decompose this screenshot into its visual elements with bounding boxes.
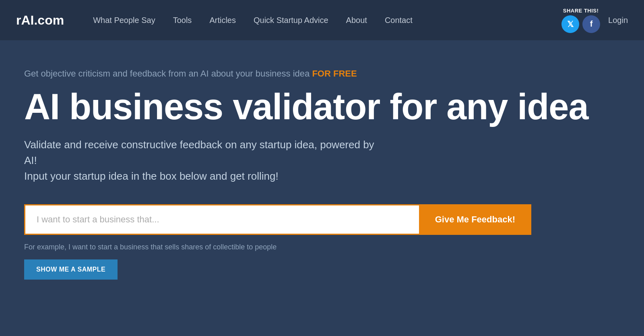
- nav-item-what-people-say[interactable]: What People Say: [84, 12, 164, 29]
- navbar-right: SHARE THIS! 𝕏 f Login: [561, 8, 628, 33]
- share-label: SHARE THIS!: [563, 8, 599, 14]
- hero-subtitle-text: Get objective criticism and feedback fro…: [24, 68, 312, 79]
- example-text: For example, I want to start a business …: [24, 243, 620, 251]
- share-group: SHARE THIS! 𝕏 f: [561, 8, 600, 33]
- idea-input-row: Give Me Feedback!: [24, 204, 531, 235]
- hero-subtitle-free: FOR FREE: [312, 68, 357, 79]
- navbar: rAI.com What People Say Tools Articles Q…: [0, 0, 644, 40]
- hero-desc-line2: Input your startup idea in the box below…: [24, 168, 386, 184]
- hero-title: AI business validator for any idea: [24, 89, 620, 125]
- nav-item-articles[interactable]: Articles: [200, 12, 245, 29]
- facebook-button[interactable]: f: [582, 15, 600, 33]
- share-socials: 𝕏 f: [561, 15, 600, 33]
- hero-subtitle: Get objective criticism and feedback fro…: [24, 68, 620, 79]
- hero-description: Validate and receive constructive feedba…: [24, 137, 386, 184]
- hero-desc-line1: Validate and receive constructive feedba…: [24, 137, 386, 168]
- nav-links: What People Say Tools Articles Quick Sta…: [84, 12, 561, 29]
- nav-item-about[interactable]: About: [337, 12, 376, 29]
- idea-input[interactable]: [24, 204, 419, 235]
- hero-section: Get objective criticism and feedback fro…: [0, 40, 644, 304]
- nav-item-tools[interactable]: Tools: [164, 12, 201, 29]
- brand-logo[interactable]: rAI.com: [16, 13, 64, 28]
- nav-item-contact[interactable]: Contact: [376, 12, 421, 29]
- login-link[interactable]: Login: [608, 16, 628, 25]
- feedback-button[interactable]: Give Me Feedback!: [419, 204, 531, 235]
- twitter-button[interactable]: 𝕏: [561, 15, 579, 33]
- nav-item-quick-startup-advice[interactable]: Quick Startup Advice: [245, 12, 337, 29]
- show-sample-button[interactable]: SHOW ME A SAMPLE: [24, 259, 118, 280]
